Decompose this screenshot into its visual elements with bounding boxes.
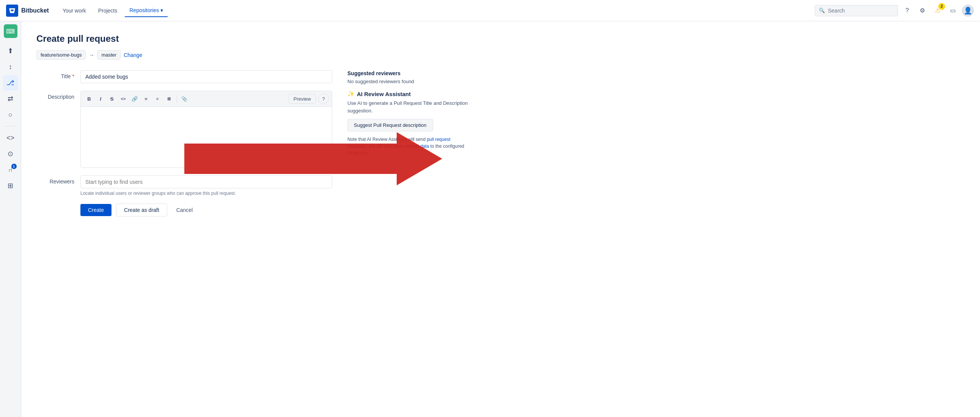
no-reviewers-text: No suggested reviewers found [347, 78, 469, 84]
notifications-button[interactable]: ⚠ 2 [931, 5, 943, 17]
description-control: B I S <> 🔗 ≡ ≡ ⊞ 📎 [80, 91, 332, 168]
branches-icon: ⇄ [8, 94, 13, 103]
link-button[interactable]: 🔗 [129, 93, 140, 104]
sidebar-divider [5, 126, 17, 126]
sidebar-item-code[interactable]: <> [3, 130, 18, 145]
search-box[interactable]: 🔍 [815, 5, 898, 16]
question-icon: ? [906, 7, 909, 14]
page-title: Create pull request [37, 34, 965, 44]
code-inline-button[interactable]: <> [118, 93, 129, 104]
source-tree-icon: ⬆ [8, 47, 13, 55]
main-content: Create pull request feature/some-bugs → … [21, 21, 980, 417]
target-branch: master [97, 50, 121, 60]
unordered-list-button[interactable]: ≡ [152, 93, 163, 104]
suggest-button[interactable]: Suggest Pull Request description [347, 119, 433, 131]
form-left: Title Description B I [37, 70, 332, 216]
title-row: Title [37, 70, 332, 83]
topnav: Bitbucket Your work Projects Repositorie… [0, 0, 980, 21]
ai-description: Use AI to generate a Pull Request Title … [347, 99, 469, 114]
sidebar-item-source[interactable]: ⬆ [3, 43, 18, 59]
title-label: Title [37, 70, 74, 83]
nav-projects[interactable]: Projects [94, 5, 122, 17]
repo-icon[interactable]: ⌨ [4, 24, 18, 38]
nav-your-work[interactable]: Your work [58, 5, 91, 17]
ai-section-title: ✨ AI Review Assistant [347, 90, 469, 97]
attach-button[interactable]: 📎 [179, 93, 189, 104]
create-button[interactable]: Create [80, 204, 111, 216]
gear-icon: ⚙ [920, 7, 925, 14]
ordered-list-button[interactable]: ≡ [141, 93, 151, 104]
suggested-reviewers-title: Suggested reviewers [347, 70, 469, 76]
sidebar-item-deployments[interactable]: ⊙ [3, 146, 18, 161]
pipelines-icon: ○ [8, 111, 13, 119]
logo[interactable]: Bitbucket [6, 5, 49, 17]
pull-request-icon: ⎇ [6, 78, 14, 87]
reviewers-input[interactable] [80, 176, 332, 189]
sidebar: ⌨ ⬆ ↕ ⎇ ⇄ ○ <> ⊙ ⑁ 1 ⊞ [0, 21, 21, 417]
toolbar-separator [177, 95, 177, 102]
commits-icon: ↕ [9, 63, 12, 71]
title-control [80, 70, 332, 83]
sidebar-item-branches[interactable]: ⇄ [3, 91, 18, 106]
sparkles-icon: ✨ [347, 90, 355, 97]
strikethrough-button[interactable]: S [107, 93, 117, 104]
table-button[interactable]: ⊞ [164, 93, 174, 104]
ai-note-pre: Note that AI Review Assistant will send [347, 137, 427, 142]
logo-text: Bitbucket [21, 7, 49, 14]
preview-button[interactable]: Preview [289, 94, 316, 104]
form-area: Title Description B I [37, 70, 965, 216]
editor-toolbar: B I S <> 🔗 ≡ ≡ ⊞ 📎 [81, 91, 332, 107]
merge-icon: ⊞ [8, 182, 13, 190]
ai-note: Note that AI Review Assistant will send … [347, 136, 469, 157]
user-avatar[interactable]: 👤 [962, 5, 974, 17]
editor-wrapper: B I S <> 🔗 ≡ ≡ ⊞ 📎 [80, 91, 332, 168]
change-branch-link[interactable]: Change [124, 52, 142, 58]
search-icon: 🔍 [819, 8, 825, 13]
ai-title-text: AI Review Assistant [357, 91, 411, 97]
title-input[interactable] [80, 70, 332, 83]
description-label: Description [37, 91, 74, 168]
search-input[interactable] [828, 8, 894, 14]
messages-button[interactable]: ▭ [947, 5, 959, 17]
avatar-placeholder: 👤 [964, 6, 972, 15]
forks-badge: 1 [11, 164, 17, 169]
settings-button[interactable]: ⚙ [916, 5, 928, 17]
description-editor[interactable] [81, 107, 332, 168]
sidebar-item-pipelines[interactable]: ○ [3, 107, 18, 122]
bold-button[interactable]: B [84, 93, 94, 104]
reviewers-label: Reviewers [37, 176, 74, 196]
code-icon: <> [6, 134, 14, 142]
deployments-icon: ⊙ [8, 150, 13, 158]
right-panel: Suggested reviewers No suggested reviewe… [347, 70, 469, 216]
action-buttons: Create Create as draft Cancel [80, 204, 332, 216]
branch-bar: feature/some-bugs → master Change [37, 50, 965, 60]
source-branch: feature/some-bugs [37, 50, 86, 60]
sidebar-item-pull-requests[interactable]: ⎇ [3, 75, 18, 90]
code-repo-icon: ⌨ [6, 28, 15, 35]
help-button[interactable]: ? [901, 5, 913, 17]
message-icon: ▭ [950, 7, 956, 14]
branch-arrow: → [89, 52, 94, 58]
reviewers-row: Reviewers Locate individual users or rev… [37, 176, 332, 196]
reviewers-control: Locate individual users or reviewer grou… [80, 176, 332, 196]
sidebar-item-commits[interactable]: ↕ [3, 59, 18, 74]
sidebar-item-forks[interactable]: ⑁ 1 [3, 162, 18, 177]
italic-button[interactable]: I [95, 93, 106, 104]
reviewers-hint: Locate individual users or reviewer grou… [80, 191, 332, 196]
bitbucket-logo-icon [6, 5, 18, 17]
help-button[interactable]: ? [318, 93, 329, 104]
cancel-button[interactable]: Cancel [172, 204, 197, 216]
chevron-down-icon: ▾ [161, 7, 163, 13]
nav-repositories[interactable]: Repositories ▾ [125, 4, 168, 17]
description-row: Description B I S <> 🔗 ≡ ≡ [37, 91, 332, 168]
notification-count: 2 [938, 3, 945, 10]
create-draft-button[interactable]: Create as draft [116, 204, 167, 216]
sidebar-item-merge[interactable]: ⊞ [3, 178, 18, 193]
